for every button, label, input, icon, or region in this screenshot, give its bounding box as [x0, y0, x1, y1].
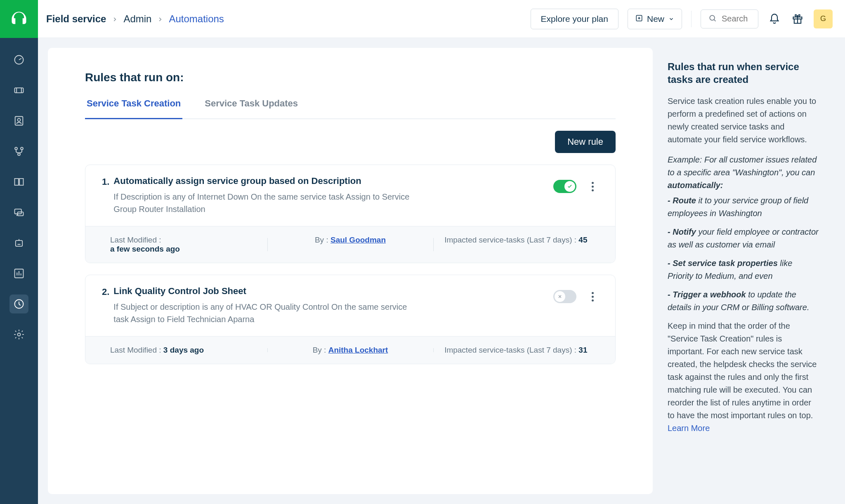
notifications-icon[interactable] [767, 12, 781, 26]
tabs: Service Task Creation Service Task Updat… [85, 98, 616, 119]
rule-enabled-toggle[interactable] [553, 180, 576, 193]
help-bullet-notify: - Notify your field employee or contract… [668, 226, 819, 251]
nav-reports[interactable] [9, 264, 28, 283]
rule-card: 1. Automatically assign service group ba… [85, 165, 616, 263]
breadcrumb-admin[interactable]: Admin [123, 13, 151, 25]
breadcrumb-root[interactable]: Field service [46, 13, 106, 25]
new-button-label: New [647, 14, 664, 24]
nav-knowledge[interactable] [9, 172, 28, 191]
svg-point-4 [15, 147, 17, 150]
rule-enabled-toggle[interactable] [553, 290, 576, 303]
nav-automations[interactable] [9, 294, 28, 313]
rule-author: By : Anitha Lockhart [267, 346, 433, 355]
rule-menu-button[interactable] [586, 290, 599, 303]
rule-menu-button[interactable] [586, 180, 599, 193]
rule-title[interactable]: Link Quality Control Job Sheet [113, 286, 553, 297]
header: Field service Admin Automations Explore … [38, 0, 845, 38]
nav-branches[interactable] [9, 142, 28, 161]
nav-contacts[interactable] [9, 111, 28, 130]
app-logo[interactable] [0, 0, 38, 38]
help-panel: Rules that run when service tasks are cr… [653, 48, 830, 494]
rule-index: 2. [102, 287, 109, 297]
explore-plan-button[interactable]: Explore your plan [531, 9, 618, 29]
rule-author: By : Saul Goodman [267, 236, 433, 254]
rule-modified: Last Modified : a few seconds ago [102, 236, 267, 254]
svg-point-3 [18, 118, 21, 121]
rule-author-link[interactable]: Saul Goodman [330, 236, 386, 244]
tab-service-task-updates[interactable]: Service Task Updates [203, 98, 300, 119]
avatar[interactable]: G [814, 9, 833, 28]
rule-card: 2. Link Quality Control Job Sheet If Sub… [85, 275, 616, 364]
content-panel: Rules that run on: Service Task Creation… [48, 48, 653, 494]
svg-point-12 [18, 333, 21, 336]
chevron-right-icon [157, 13, 163, 25]
nav-settings[interactable] [9, 325, 28, 344]
chevron-right-icon [112, 13, 118, 25]
rule-impacted: Impacted service-tasks (Last 7 days) : 3… [433, 346, 599, 355]
rule-author-link[interactable]: Anitha Lockhart [328, 346, 388, 354]
svg-rect-1 [15, 88, 24, 93]
gift-icon[interactable] [791, 12, 805, 26]
tab-service-task-creation[interactable]: Service Task Creation [85, 98, 182, 119]
page-title: Rules that run on: [85, 71, 616, 84]
search-box[interactable] [701, 9, 758, 28]
help-bullet-webhook: - Trigger a webhook to update the detail… [668, 288, 819, 314]
svg-rect-9 [16, 240, 22, 246]
rule-description: If Subject or description is any of HVAC… [113, 301, 411, 325]
new-button[interactable]: New [628, 9, 682, 29]
rule-description: If Description is any of Internet Down O… [113, 191, 411, 215]
help-example: Example: For all customer issues related… [668, 153, 819, 192]
breadcrumb: Field service Admin Automations [46, 13, 224, 25]
nav-dashboard[interactable] [9, 50, 28, 69]
help-bullet-route: - Route it to your service group of fiel… [668, 194, 819, 220]
rule-modified: Last Modified : 3 days ago [102, 346, 267, 355]
nav-chat[interactable] [9, 203, 28, 222]
chevron-down-icon [668, 14, 674, 24]
breadcrumb-current[interactable]: Automations [169, 13, 224, 25]
plus-square-icon [635, 14, 643, 24]
nav-tickets[interactable] [9, 81, 28, 100]
search-icon [708, 14, 717, 24]
rule-impacted: Impacted service-tasks (Last 7 days) : 4… [433, 236, 599, 254]
rule-title[interactable]: Automatically assign service group based… [113, 176, 553, 186]
help-footer: Keep in mind that the order of the "Serv… [668, 320, 819, 435]
help-intro: Service task creation rules enable you t… [668, 95, 819, 146]
svg-rect-7 [15, 209, 21, 214]
svg-point-6 [18, 153, 20, 155]
divider [691, 11, 692, 27]
svg-rect-2 [15, 117, 23, 125]
search-input[interactable] [722, 14, 755, 24]
learn-more-link[interactable]: Learn More [668, 424, 710, 433]
help-title: Rules that run when service tasks are cr… [668, 60, 819, 86]
help-bullet-set: - Set service task properties like Prior… [668, 257, 819, 283]
new-rule-button[interactable]: New rule [555, 131, 616, 153]
rule-index: 1. [102, 177, 109, 187]
svg-point-14 [710, 15, 715, 20]
nav-bots[interactable] [9, 233, 28, 252]
svg-point-5 [21, 147, 23, 150]
sidebar [0, 0, 38, 504]
